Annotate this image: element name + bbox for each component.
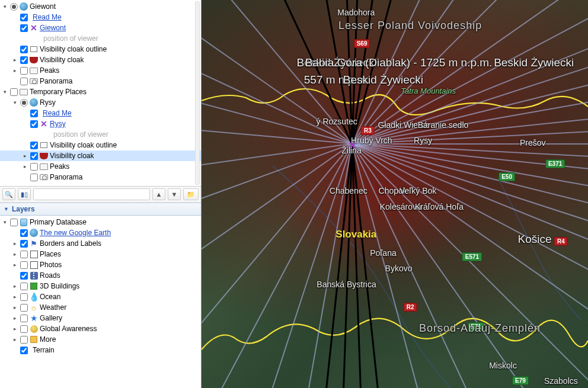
visibility-checkbox[interactable] [20, 251, 28, 258]
expander-icon[interactable]: ▸ [21, 152, 28, 159]
expander-icon[interactable]: ▾ [1, 88, 8, 95]
layers-label: Roads [40, 271, 60, 280]
places-row[interactable]: ▾Temporary Places [0, 86, 201, 97]
places-row[interactable]: ▸Visibility cloak [0, 150, 201, 161]
expander-icon[interactable]: ▸ [21, 163, 28, 170]
expander-icon[interactable]: ▸ [11, 251, 18, 258]
places-row[interactable]: Visibility cloak outline [0, 140, 201, 150]
visibility-checkbox[interactable] [10, 88, 18, 96]
road-shield: E71 [468, 322, 484, 331]
layers-row[interactable]: ▾Primary Database [0, 217, 201, 227]
layers-row[interactable]: ▸★Gallery [0, 313, 201, 323]
layers-row[interactable]: ▸⚑Borders and Labels [0, 238, 201, 249]
places-row[interactable]: ✕Rysy [0, 118, 201, 129]
expander-icon[interactable]: ▸ [11, 240, 18, 247]
road-shield: E571 [462, 252, 482, 261]
places-row[interactable]: Read Me [0, 108, 201, 118]
places-label: Peaks [50, 162, 69, 171]
up-button[interactable]: ▲ [152, 188, 165, 200]
places-row[interactable]: ▾Rysy [0, 97, 201, 108]
visibility-checkbox[interactable] [30, 110, 38, 117]
places-row[interactable]: ▸Peaks [0, 161, 201, 172]
places-row[interactable]: Read Me [0, 12, 201, 23]
visibility-checkbox[interactable] [20, 283, 28, 290]
visibility-checkbox[interactable] [30, 174, 38, 181]
camera-icon [30, 77, 38, 85]
layers-label[interactable]: The new Google Earth [40, 229, 111, 237]
expander-icon [11, 272, 18, 279]
places-label[interactable]: Rysy [50, 120, 66, 128]
radio-bullet[interactable] [20, 99, 28, 107]
visibility-checkbox[interactable] [20, 24, 28, 32]
expander-icon[interactable]: ▸ [11, 304, 18, 311]
visibility-checkbox[interactable] [20, 56, 28, 64]
visibility-checkbox[interactable] [20, 46, 28, 53]
layers-row[interactable]: ▸3D Buildings [0, 281, 201, 291]
expander-icon[interactable]: ▸ [11, 325, 18, 332]
scrollbar[interactable] [195, 1, 200, 185]
layers-row[interactable]: ▸Photos [0, 259, 201, 270]
radio-bullet[interactable] [10, 3, 18, 11]
layers-row[interactable]: The new Google Earth [0, 227, 201, 238]
visibility-checkbox[interactable] [20, 261, 28, 269]
places-label[interactable]: Giewont [40, 24, 66, 32]
map-viewport[interactable]: ✕ MadohoraLesser Poland VoivodeshipS69Be… [202, 0, 588, 388]
visibility-checkbox[interactable] [20, 293, 28, 301]
places-row[interactable]: Panorama [0, 76, 201, 86]
visibility-checkbox[interactable] [20, 229, 28, 237]
places-row[interactable]: ▾Giewont [0, 1, 201, 12]
layers-row[interactable]: ▸☼Weather [0, 302, 201, 313]
panel-toggle-button[interactable]: ▮▯ [18, 188, 31, 200]
layers-header[interactable]: ▼ Layers [0, 203, 201, 216]
more-icon [30, 335, 38, 344]
layers-row[interactable]: ▸Places [0, 249, 201, 259]
expander-icon[interactable]: ▸ [11, 315, 18, 322]
green-icon [30, 282, 38, 290]
visibility-checkbox[interactable] [30, 142, 38, 149]
search-input[interactable] [33, 188, 150, 200]
search-button[interactable]: 🔍 [2, 188, 15, 200]
visibility-checkbox[interactable] [20, 304, 28, 312]
places-label: Visibility cloak outline [50, 141, 117, 149]
places-label: Visibility cloak [50, 152, 94, 160]
expander-icon[interactable]: ▾ [1, 3, 8, 10]
visibility-checkbox[interactable] [20, 67, 28, 75]
visibility-checkbox[interactable] [20, 315, 28, 322]
visibility-checkbox[interactable] [20, 240, 28, 248]
visibility-checkbox[interactable] [20, 272, 28, 280]
visibility-checkbox[interactable] [20, 78, 28, 85]
places-label[interactable]: Read Me [33, 13, 62, 21]
expander-icon[interactable]: ▾ [1, 219, 8, 226]
expander-icon[interactable]: ▸ [11, 261, 18, 268]
add-folder-button[interactable]: 📁 [183, 188, 199, 200]
places-row[interactable]: ▸Peaks [0, 65, 201, 76]
expander-icon[interactable]: ▾ [11, 99, 18, 106]
expander-icon[interactable]: ▸ [11, 336, 18, 343]
visibility-checkbox[interactable] [20, 14, 28, 21]
places-row[interactable]: Panorama [0, 172, 201, 182]
layers-row[interactable]: ▸More [0, 334, 201, 345]
layers-row[interactable]: Roads [0, 270, 201, 281]
places-toolbar: 🔍 ▮▯ ▲ ▼ 📁 [0, 187, 201, 203]
places-label[interactable]: Read Me [43, 109, 72, 117]
layers-row[interactable]: ▸💧Ocean [0, 291, 201, 302]
layers-row[interactable]: ▸Global Awareness [0, 323, 201, 334]
visibility-checkbox[interactable] [20, 325, 28, 333]
expander-icon[interactable]: ▸ [11, 283, 18, 290]
places-row[interactable]: ✕Giewont [0, 23, 201, 33]
places-row[interactable]: Visibility cloak outline [0, 44, 201, 54]
places-label: Panorama [50, 173, 82, 181]
expander-icon[interactable]: ▸ [11, 56, 18, 63]
visibility-checkbox[interactable] [30, 163, 38, 171]
places-row[interactable]: ▸Visibility cloak [0, 54, 201, 65]
visibility-checkbox[interactable] [30, 120, 38, 128]
expander-icon[interactable]: ▸ [11, 67, 18, 74]
down-button[interactable]: ▼ [168, 188, 181, 200]
expander-icon[interactable]: ▸ [11, 293, 18, 300]
visibility-checkbox[interactable] [10, 219, 18, 226]
visibility-checkbox[interactable] [30, 152, 38, 160]
layers-row[interactable]: Terrain [0, 345, 201, 355]
globe-icon [20, 2, 28, 11]
visibility-checkbox[interactable] [20, 347, 28, 354]
visibility-checkbox[interactable] [20, 336, 28, 344]
